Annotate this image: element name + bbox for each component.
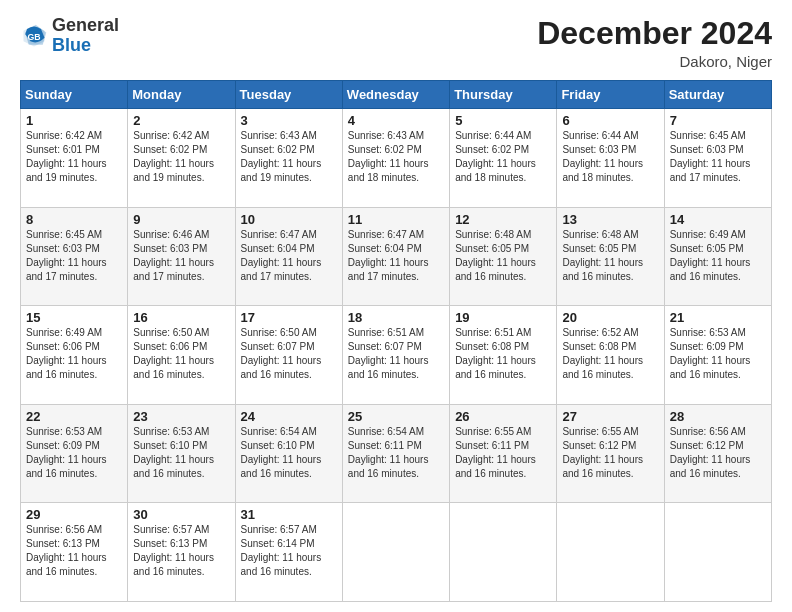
day-info: Sunrise: 6:48 AM Sunset: 6:05 PM Dayligh… bbox=[562, 228, 658, 284]
svg-text:GB: GB bbox=[27, 31, 40, 41]
day-info: Sunrise: 6:54 AM Sunset: 6:11 PM Dayligh… bbox=[348, 425, 444, 481]
day-info: Sunrise: 6:47 AM Sunset: 6:04 PM Dayligh… bbox=[241, 228, 337, 284]
day-number: 8 bbox=[26, 212, 122, 227]
calendar-cell: 10Sunrise: 6:47 AM Sunset: 6:04 PM Dayli… bbox=[235, 207, 342, 306]
calendar-cell: 24Sunrise: 6:54 AM Sunset: 6:10 PM Dayli… bbox=[235, 404, 342, 503]
calendar-day-header: Friday bbox=[557, 81, 664, 109]
month-title: December 2024 bbox=[537, 16, 772, 51]
calendar-table: SundayMondayTuesdayWednesdayThursdayFrid… bbox=[20, 80, 772, 602]
day-info: Sunrise: 6:44 AM Sunset: 6:02 PM Dayligh… bbox=[455, 129, 551, 185]
calendar-cell: 19Sunrise: 6:51 AM Sunset: 6:08 PM Dayli… bbox=[450, 306, 557, 405]
day-number: 18 bbox=[348, 310, 444, 325]
calendar-cell: 1Sunrise: 6:42 AM Sunset: 6:01 PM Daylig… bbox=[21, 109, 128, 208]
calendar-week-row: 8Sunrise: 6:45 AM Sunset: 6:03 PM Daylig… bbox=[21, 207, 772, 306]
day-info: Sunrise: 6:50 AM Sunset: 6:06 PM Dayligh… bbox=[133, 326, 229, 382]
calendar-cell: 28Sunrise: 6:56 AM Sunset: 6:12 PM Dayli… bbox=[664, 404, 771, 503]
day-number: 2 bbox=[133, 113, 229, 128]
calendar-cell: 22Sunrise: 6:53 AM Sunset: 6:09 PM Dayli… bbox=[21, 404, 128, 503]
day-number: 24 bbox=[241, 409, 337, 424]
calendar-cell: 16Sunrise: 6:50 AM Sunset: 6:06 PM Dayli… bbox=[128, 306, 235, 405]
day-info: Sunrise: 6:51 AM Sunset: 6:08 PM Dayligh… bbox=[455, 326, 551, 382]
day-number: 22 bbox=[26, 409, 122, 424]
day-info: Sunrise: 6:56 AM Sunset: 6:12 PM Dayligh… bbox=[670, 425, 766, 481]
calendar-day-header: Wednesday bbox=[342, 81, 449, 109]
calendar-cell: 15Sunrise: 6:49 AM Sunset: 6:06 PM Dayli… bbox=[21, 306, 128, 405]
day-number: 5 bbox=[455, 113, 551, 128]
calendar-cell: 6Sunrise: 6:44 AM Sunset: 6:03 PM Daylig… bbox=[557, 109, 664, 208]
day-info: Sunrise: 6:56 AM Sunset: 6:13 PM Dayligh… bbox=[26, 523, 122, 579]
day-number: 6 bbox=[562, 113, 658, 128]
calendar-cell bbox=[450, 503, 557, 602]
day-info: Sunrise: 6:49 AM Sunset: 6:05 PM Dayligh… bbox=[670, 228, 766, 284]
calendar-cell bbox=[342, 503, 449, 602]
day-number: 13 bbox=[562, 212, 658, 227]
calendar-day-header: Saturday bbox=[664, 81, 771, 109]
calendar-cell: 27Sunrise: 6:55 AM Sunset: 6:12 PM Dayli… bbox=[557, 404, 664, 503]
day-info: Sunrise: 6:45 AM Sunset: 6:03 PM Dayligh… bbox=[26, 228, 122, 284]
logo-general-text: General bbox=[52, 15, 119, 35]
day-number: 26 bbox=[455, 409, 551, 424]
calendar-cell: 12Sunrise: 6:48 AM Sunset: 6:05 PM Dayli… bbox=[450, 207, 557, 306]
calendar-cell: 23Sunrise: 6:53 AM Sunset: 6:10 PM Dayli… bbox=[128, 404, 235, 503]
calendar-week-row: 22Sunrise: 6:53 AM Sunset: 6:09 PM Dayli… bbox=[21, 404, 772, 503]
day-number: 16 bbox=[133, 310, 229, 325]
day-number: 31 bbox=[241, 507, 337, 522]
calendar-cell: 7Sunrise: 6:45 AM Sunset: 6:03 PM Daylig… bbox=[664, 109, 771, 208]
logo-text: General Blue bbox=[52, 16, 119, 56]
logo: GB General Blue bbox=[20, 16, 119, 56]
calendar-cell: 20Sunrise: 6:52 AM Sunset: 6:08 PM Dayli… bbox=[557, 306, 664, 405]
day-info: Sunrise: 6:54 AM Sunset: 6:10 PM Dayligh… bbox=[241, 425, 337, 481]
calendar-cell: 9Sunrise: 6:46 AM Sunset: 6:03 PM Daylig… bbox=[128, 207, 235, 306]
calendar-cell: 17Sunrise: 6:50 AM Sunset: 6:07 PM Dayli… bbox=[235, 306, 342, 405]
calendar-day-header: Monday bbox=[128, 81, 235, 109]
day-info: Sunrise: 6:45 AM Sunset: 6:03 PM Dayligh… bbox=[670, 129, 766, 185]
day-number: 15 bbox=[26, 310, 122, 325]
day-number: 9 bbox=[133, 212, 229, 227]
calendar-cell: 30Sunrise: 6:57 AM Sunset: 6:13 PM Dayli… bbox=[128, 503, 235, 602]
day-info: Sunrise: 6:52 AM Sunset: 6:08 PM Dayligh… bbox=[562, 326, 658, 382]
calendar-day-header: Sunday bbox=[21, 81, 128, 109]
calendar-cell: 8Sunrise: 6:45 AM Sunset: 6:03 PM Daylig… bbox=[21, 207, 128, 306]
day-number: 28 bbox=[670, 409, 766, 424]
day-number: 10 bbox=[241, 212, 337, 227]
day-number: 17 bbox=[241, 310, 337, 325]
calendar-cell: 21Sunrise: 6:53 AM Sunset: 6:09 PM Dayli… bbox=[664, 306, 771, 405]
day-number: 3 bbox=[241, 113, 337, 128]
location: Dakoro, Niger bbox=[537, 53, 772, 70]
day-info: Sunrise: 6:43 AM Sunset: 6:02 PM Dayligh… bbox=[241, 129, 337, 185]
title-area: December 2024 Dakoro, Niger bbox=[537, 16, 772, 70]
calendar-cell: 5Sunrise: 6:44 AM Sunset: 6:02 PM Daylig… bbox=[450, 109, 557, 208]
calendar-cell: 13Sunrise: 6:48 AM Sunset: 6:05 PM Dayli… bbox=[557, 207, 664, 306]
calendar-week-row: 15Sunrise: 6:49 AM Sunset: 6:06 PM Dayli… bbox=[21, 306, 772, 405]
day-info: Sunrise: 6:55 AM Sunset: 6:12 PM Dayligh… bbox=[562, 425, 658, 481]
day-info: Sunrise: 6:48 AM Sunset: 6:05 PM Dayligh… bbox=[455, 228, 551, 284]
day-info: Sunrise: 6:42 AM Sunset: 6:02 PM Dayligh… bbox=[133, 129, 229, 185]
day-info: Sunrise: 6:47 AM Sunset: 6:04 PM Dayligh… bbox=[348, 228, 444, 284]
calendar-cell bbox=[664, 503, 771, 602]
day-number: 12 bbox=[455, 212, 551, 227]
day-number: 25 bbox=[348, 409, 444, 424]
day-number: 11 bbox=[348, 212, 444, 227]
calendar-week-row: 1Sunrise: 6:42 AM Sunset: 6:01 PM Daylig… bbox=[21, 109, 772, 208]
calendar-cell: 14Sunrise: 6:49 AM Sunset: 6:05 PM Dayli… bbox=[664, 207, 771, 306]
day-info: Sunrise: 6:44 AM Sunset: 6:03 PM Dayligh… bbox=[562, 129, 658, 185]
calendar-day-header: Thursday bbox=[450, 81, 557, 109]
calendar-cell bbox=[557, 503, 664, 602]
day-number: 4 bbox=[348, 113, 444, 128]
calendar-cell: 31Sunrise: 6:57 AM Sunset: 6:14 PM Dayli… bbox=[235, 503, 342, 602]
calendar-week-row: 29Sunrise: 6:56 AM Sunset: 6:13 PM Dayli… bbox=[21, 503, 772, 602]
calendar-cell: 29Sunrise: 6:56 AM Sunset: 6:13 PM Dayli… bbox=[21, 503, 128, 602]
day-info: Sunrise: 6:43 AM Sunset: 6:02 PM Dayligh… bbox=[348, 129, 444, 185]
day-number: 27 bbox=[562, 409, 658, 424]
day-info: Sunrise: 6:46 AM Sunset: 6:03 PM Dayligh… bbox=[133, 228, 229, 284]
day-info: Sunrise: 6:53 AM Sunset: 6:09 PM Dayligh… bbox=[26, 425, 122, 481]
day-number: 14 bbox=[670, 212, 766, 227]
calendar-cell: 11Sunrise: 6:47 AM Sunset: 6:04 PM Dayli… bbox=[342, 207, 449, 306]
day-info: Sunrise: 6:53 AM Sunset: 6:09 PM Dayligh… bbox=[670, 326, 766, 382]
day-number: 20 bbox=[562, 310, 658, 325]
day-info: Sunrise: 6:55 AM Sunset: 6:11 PM Dayligh… bbox=[455, 425, 551, 481]
day-number: 7 bbox=[670, 113, 766, 128]
calendar-day-header: Tuesday bbox=[235, 81, 342, 109]
calendar-cell: 26Sunrise: 6:55 AM Sunset: 6:11 PM Dayli… bbox=[450, 404, 557, 503]
day-number: 21 bbox=[670, 310, 766, 325]
